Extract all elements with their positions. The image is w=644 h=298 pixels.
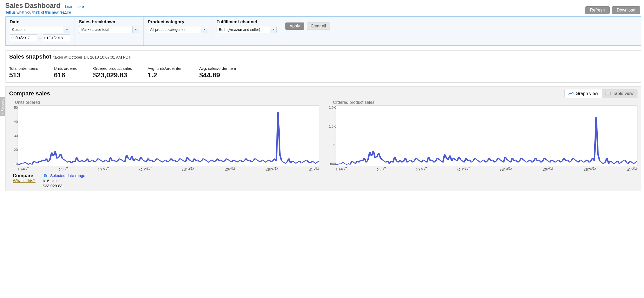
metric-label: Units ordered: [54, 66, 77, 71]
compare-legend-title: Compare: [13, 173, 36, 179]
chart: Ordered product sales2.0K1.5K1.0K5008/14…: [327, 100, 637, 171]
x-tick: 1/15/18: [626, 166, 638, 172]
chart-line: [336, 106, 637, 166]
metric: Units ordered616: [54, 66, 77, 79]
x-tick: 12/24/17: [265, 166, 279, 172]
x-tick: 11/10/17: [181, 166, 195, 172]
chevron-down-icon: [270, 26, 276, 33]
graph-view-button[interactable]: Graph view: [565, 89, 602, 98]
y-tick: 1.0K: [329, 143, 336, 147]
chart-line: [18, 106, 319, 166]
metric-value: 513: [9, 71, 38, 79]
y-tick: 20: [14, 148, 18, 152]
category-select[interactable]: All product categories: [148, 26, 208, 33]
apply-button[interactable]: Apply: [285, 22, 304, 30]
metric-value: $44.89: [199, 71, 236, 79]
date-range-dash: –: [39, 36, 41, 40]
channel-filter-label: Fulfillment channel: [217, 19, 277, 25]
category-value: All product categories: [150, 27, 185, 32]
metric: Avg. sales/order item$44.89: [199, 66, 236, 79]
graph-view-label: Graph view: [576, 91, 598, 96]
chevron-down-icon: [132, 26, 139, 33]
y-tick: 1.5K: [329, 124, 336, 128]
clear-all-button[interactable]: Clear all: [307, 22, 330, 30]
filter-panel: Date Custom – Sales breakdown Marketplac…: [5, 16, 641, 46]
legend-selected-range[interactable]: Selected date range: [43, 173, 85, 178]
svg-rect-0: [606, 92, 610, 95]
chevron-down-icon: [201, 26, 208, 33]
page-title: Sales Dashboard: [5, 2, 60, 10]
breakdown-value: Marketplace total: [81, 27, 109, 32]
x-axis: 8/14/179/5/179/27/1710/19/1711/10/1712/2…: [336, 167, 637, 171]
date-from-input[interactable]: [10, 35, 37, 41]
y-tick: 50: [14, 106, 18, 110]
line-chart-icon: [568, 92, 574, 95]
metric: Avg. units/order item1.2: [148, 66, 183, 79]
x-tick: 1/15/18: [308, 166, 320, 172]
chart: Units ordered50403020108/14/179/5/179/27…: [9, 100, 319, 171]
x-tick: 8/14/17: [17, 166, 29, 172]
chart-title: Units ordered: [15, 100, 319, 105]
legend-units-label: Units: [50, 179, 59, 183]
x-tick: 10/19/17: [456, 166, 470, 172]
x-tick: 12/24/17: [583, 166, 597, 172]
y-tick: 10: [14, 162, 18, 166]
legend-units-value: 616: [43, 179, 49, 183]
x-tick: 9/27/17: [97, 166, 109, 172]
y-axis: 5040302010: [9, 106, 18, 166]
table-icon: [606, 92, 611, 95]
feedback-link[interactable]: Tell us what you think of this new featu…: [5, 10, 84, 14]
y-tick: 500: [330, 162, 336, 166]
y-tick: 2.0K: [329, 106, 336, 110]
x-axis: 8/14/179/5/179/27/1710/19/1711/10/1712/2…: [18, 167, 319, 171]
breakdown-select[interactable]: Marketplace total: [79, 26, 139, 33]
view-toggle: Graph view Table view: [564, 89, 637, 98]
x-tick: 9/5/17: [58, 167, 68, 172]
table-view-button[interactable]: Table view: [602, 89, 637, 98]
snapshot-title: Sales snapshot: [9, 53, 51, 60]
whats-this-link[interactable]: What's this?: [13, 179, 36, 183]
metric-value: 616: [54, 71, 77, 79]
metric-label: Ordered product sales: [93, 66, 132, 71]
table-view-label: Table view: [613, 91, 634, 96]
legend-checkbox[interactable]: [44, 174, 47, 177]
learn-more-link[interactable]: Learn more: [65, 4, 84, 9]
y-axis: 2.0K1.5K1.0K500: [327, 106, 336, 166]
x-tick: 8/14/17: [335, 166, 347, 172]
date-filter-label: Date: [10, 19, 70, 25]
compare-sales-panel: Compare sales Graph view Table view Unit…: [5, 86, 641, 191]
channel-select[interactable]: Both (Amazon and seller): [217, 26, 277, 33]
breakdown-filter-label: Sales breakdown: [79, 19, 139, 25]
x-tick: 9/27/17: [415, 166, 427, 172]
refresh-button[interactable]: Refresh: [585, 6, 610, 14]
metric-label: Avg. sales/order item: [199, 66, 236, 71]
channel-value: Both (Amazon and seller): [219, 27, 260, 32]
legend-sales-value: $23,029.83: [43, 184, 85, 188]
metric-label: Avg. units/order item: [148, 66, 183, 71]
snapshot-timestamp: October 14, 2018 10:07:01 AM PDT: [69, 55, 131, 59]
date-to-input[interactable]: [43, 35, 70, 41]
chart-title: Ordered product sales: [333, 100, 637, 105]
category-filter-label: Product category: [148, 19, 208, 25]
y-tick: 30: [14, 134, 18, 138]
y-tick: 40: [14, 120, 18, 124]
date-preset-select[interactable]: Custom: [10, 26, 70, 33]
sidetab-label: Reports: [1, 99, 4, 112]
page-header: Sales Dashboard Learn more Tell us what …: [5, 2, 641, 14]
date-preset-value: Custom: [12, 27, 25, 32]
x-tick: 9/5/17: [376, 167, 386, 172]
x-tick: 10/19/17: [138, 166, 152, 172]
x-tick: 12/2/17: [224, 166, 236, 172]
x-tick: 11/10/17: [499, 166, 513, 172]
metric-value: 1.2: [148, 71, 183, 79]
chevron-down-icon: [64, 26, 70, 33]
chart-plot: 5040302010: [18, 105, 319, 166]
chevron-left-icon: ‹: [1, 113, 4, 114]
reports-side-tab[interactable]: ‹Reports: [0, 97, 5, 116]
snapshot-taken-prefix: taken at: [53, 55, 69, 59]
download-button[interactable]: Download: [612, 6, 640, 14]
metric: Total order items513: [9, 66, 38, 79]
x-tick: 12/2/17: [542, 166, 554, 172]
metric-label: Total order items: [9, 66, 38, 71]
metric: Ordered product sales$23,029.83: [93, 66, 132, 79]
